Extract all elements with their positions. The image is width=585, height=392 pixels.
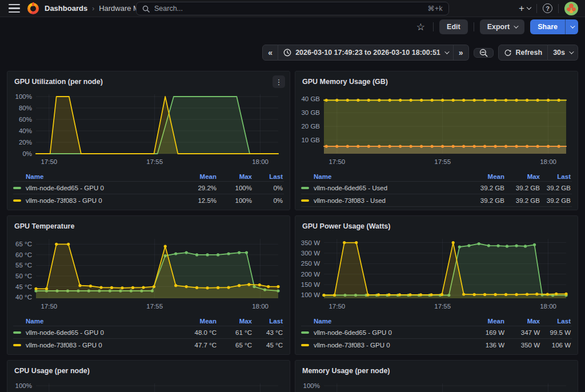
zoom-out-button[interactable] [474,48,494,58]
search-input[interactable]: Search... ⌘+k [136,2,449,15]
add-new-button[interactable]: + [519,3,531,14]
y-tick-label: 100% [15,93,32,100]
series-name: vllm-node-6ded65 - GPU 0 [26,185,104,191]
edit-button[interactable]: Edit [439,19,468,34]
legend-header-last: Last [540,318,572,325]
x-tick-label: 17:50 [41,303,57,310]
dashboard-toolbar: ☆ Edit Export Share [0,17,585,37]
x-tick-label: 18:00 [252,158,269,165]
legend-row[interactable]: vllm-node-6ded65 - GPU 029.2%100%0% [13,181,284,194]
menu-toggle-icon[interactable] [7,2,22,15]
y-tick-label: 100% [15,382,32,389]
series-swatch-green [13,331,21,334]
y-tick-label: 80% [19,105,32,111]
panel-menu-icon[interactable]: ⋮ [273,75,285,88]
time-shift-back-button[interactable]: « [262,45,278,61]
y-tick-label: 65 °C [15,241,32,247]
y-tick-label: 30 GB [301,109,320,116]
chart-plot[interactable]: 17:5017:5518:00100% [300,378,573,392]
time-range-text: 2026-03-10 17:49:23 to 2026-03-10 18:00:… [295,49,440,57]
x-tick-label: 17:55 [434,158,451,165]
panel-gpu-utilization: GPU Utilization (per node) 17:5017:5518:… [7,71,290,210]
legend-header-mean: Mean [466,318,504,325]
series-last-value: 99.5 W [540,329,572,336]
x-tick-label: 17:50 [328,158,345,165]
chart-plot[interactable]: 17:5017:5518:0010 GB20 GB30 GB40 GB [300,89,573,172]
legend-row[interactable]: vllm-node-6ded65 - Free5.36 GB5.36 GB5.3… [301,206,572,210]
panel-gpu-temperature: GPU Temperature 17:5017:5518:0040 °C45 °… [7,215,290,355]
x-tick-label: 17:55 [146,303,163,310]
legend-row[interactable]: vllm-node-73f083 - GPU 012.5%100%0% [13,194,284,206]
y-tick-label: 50 °C [15,273,32,279]
x-tick-label: 17:55 [146,158,163,165]
grafana-logo[interactable] [27,3,39,14]
y-tick-label: 60% [19,116,32,123]
series-max-value: 65 °C [217,342,252,349]
panel-header[interactable]: GPU Memory Usage (GB) [300,75,573,89]
panel-header[interactable]: GPU Utilization (per node) [12,75,285,89]
x-tick-label: 17:50 [328,303,345,310]
time-shift-forward-button[interactable]: » [454,45,469,61]
legend-row[interactable]: vllm-node-6ded65 - GPU 048.0 °C61 °C43 °… [13,326,284,338]
user-avatar[interactable] [564,2,578,15]
y-tick-label: 60 °C [15,251,32,258]
chart-plot[interactable]: 17:5017:5518:00100% [12,378,285,392]
y-tick-label: 10 GB [301,137,320,143]
series-swatch-green [301,187,309,189]
panel-header[interactable]: Memory Usage (per node) [300,364,573,378]
series-mean-value: 169 W [466,329,504,336]
legend-header-mean: Mean [466,173,504,180]
x-tick-label: 17:55 [434,303,451,310]
favorite-star-icon[interactable]: ☆ [414,21,427,33]
legend-header-max: Max [217,318,252,325]
help-icon[interactable]: ? [543,3,552,13]
series-last-value: 45 °C [252,342,284,349]
y-tick-label: 350 W [301,239,320,246]
search-placeholder: Search... [154,5,423,13]
series-last-value: 0% [252,185,284,191]
panel-memory-usage: Memory Usage (per node) 17:5017:5518:001… [295,360,578,392]
series-max-value: 100% [217,185,252,191]
panel-title: GPU Temperature [14,222,74,230]
chevron-down-icon [527,5,531,10]
panel-header[interactable]: GPU Temperature [12,219,285,233]
chart-plot[interactable]: 17:5017:5518:0040 °C45 °C50 °C55 °C60 °C… [12,233,285,317]
y-tick-label: 40 GB [301,95,320,102]
time-range-picker-button[interactable]: 2026-03-10 17:49:23 to 2026-03-10 18:00:… [278,45,454,61]
legend-row[interactable]: vllm-node-6ded65 - Used39.2 GB39.2 GB39.… [301,181,572,194]
panel-header[interactable]: GPU Power Usage (Watts) [300,219,573,233]
series-last-value: 5.36 GB [540,210,572,211]
panel-header[interactable]: CPU Usage (per node) [12,364,285,378]
y-tick-label: 100% [303,382,320,389]
y-tick-label: 55 °C [15,262,32,269]
x-tick-label: 18:00 [540,158,556,165]
legend-header-name: Name [301,318,466,325]
breadcrumb-dashboards[interactable]: Dashboards [45,4,87,13]
refresh-icon [504,49,512,57]
share-dropdown-button[interactable] [565,19,578,34]
share-button[interactable]: Share [530,19,565,34]
plus-icon: + [519,3,524,14]
series-name: vllm-node-6ded65 - GPU 0 [26,329,104,336]
panel-gpu-memory: GPU Memory Usage (GB) 17:5017:5518:0010 … [295,71,578,210]
legend: Name Mean Max Last vllm-node-6ded65 - GP… [300,317,573,351]
x-tick-label: 18:00 [540,303,556,310]
series-name: vllm-node-73f083 - GPU 0 [314,342,390,349]
series-name: vllm-node-6ded65 - GPU 0 [314,329,392,336]
chart-plot[interactable]: 17:5017:5518:00100 W150 W200 W250 W300 W… [300,233,573,317]
legend-row[interactable]: vllm-node-73f083 - Used39.2 GB39.2 GB39.… [301,194,572,206]
legend-row[interactable]: vllm-node-6ded65 - GPU 0169 W347 W99.5 W [301,326,572,338]
legend-row[interactable]: vllm-node-73f083 - GPU 047.7 °C65 °C45 °… [13,338,284,351]
share-button-group: Share [530,19,578,34]
refresh-interval-button[interactable]: 30s [548,45,578,61]
y-tick-label: 40% [19,127,32,134]
series-swatch-yellow [13,199,21,202]
refresh-button[interactable]: Refresh [498,45,548,61]
series-max-value: 100% [217,197,252,204]
panel-title: CPU Usage (per node) [14,367,90,375]
export-button[interactable]: Export [480,19,525,34]
series-name: vllm-node-73f083 - GPU 0 [26,197,102,204]
y-tick-label: 20 GB [301,123,320,130]
legend-row[interactable]: vllm-node-73f083 - GPU 0136 W350 W106 W [301,338,572,351]
chart-plot[interactable]: 17:5017:5518:000%20%40%60%80%100% [12,89,285,172]
